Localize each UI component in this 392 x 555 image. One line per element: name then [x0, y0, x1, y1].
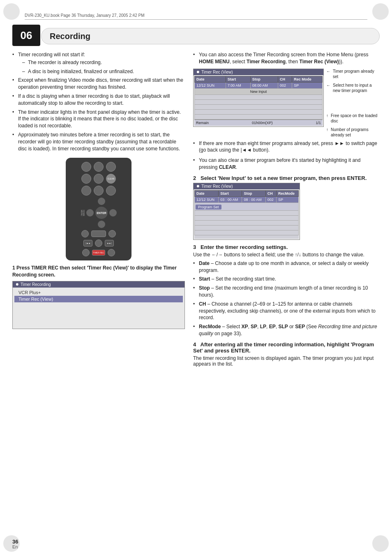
empty-row-2: [195, 99, 323, 104]
remote-btn-small-1[interactable]: [81, 230, 89, 237]
field-list: Date – Choose a date up to one month in …: [193, 260, 380, 337]
bullet-item-3: If a disc is playing when a timer record…: [12, 93, 185, 107]
prev-button[interactable]: |◄◄: [83, 240, 92, 246]
timer-recording-screen: ⏺ Timer Recording VCR Plus+ Timer Rec (V…: [12, 281, 185, 329]
remote-btn-5[interactable]: [94, 174, 104, 184]
bullet-item-2: Except when finalizing Video mode discs,…: [12, 77, 185, 91]
sub-item-1b: A disc is being initialized, finalized o…: [22, 68, 185, 75]
remote-btn-6[interactable]: [81, 186, 91, 196]
remote-btn-small-3[interactable]: [95, 240, 102, 247]
remote-control: CLEAR HOMEMENU: [66, 158, 131, 260]
annot-free-space: ↑ Free space on the loaded disc: [326, 113, 380, 124]
timer-view-box1: ⏺ Timer Rec (View) Date Start Stop CH: [193, 69, 324, 127]
page-language: En: [12, 544, 18, 549]
timer-rec-button[interactable]: TIMER REC: [92, 250, 105, 256]
intro-bullet-list: Timer recording will not start if: The r…: [12, 51, 185, 152]
timer-view-title1: ⏺ Timer Rec (View): [194, 69, 323, 75]
step2-heading: 2 Select 'New Input' to set a new timer …: [193, 175, 380, 181]
timer-view-screen1: ⏺ Timer Rec (View) Date Start Stop CH: [193, 69, 324, 138]
sub-item-1a: The recorder is already recording.: [22, 59, 185, 66]
bullet-item-4: The timer indicator lights in the front …: [12, 109, 185, 129]
next-button[interactable]: ►►|: [105, 240, 114, 246]
arrow-left[interactable]: [86, 209, 94, 216]
arrow-down[interactable]: [98, 221, 105, 228]
cell-stop: 08:00 AM: [250, 82, 278, 88]
col-ch: CH: [278, 76, 292, 82]
field-ch: CH – Choose a channel (2–69 or 1–125 for…: [193, 301, 380, 321]
corner-decoration-tl: [3, 3, 20, 20]
col2-stop: Stop: [242, 190, 265, 196]
col-recmode: Rec Mode: [292, 76, 323, 82]
timer-table1: Date Start Stop CH Rec Mode 12/12 SUN: [194, 76, 323, 120]
remote-btn-7[interactable]: [94, 186, 104, 196]
empty-row-3: [195, 104, 323, 109]
timer-row2-1: 12/12 SUN 03 : 00 AM 08 : 00 AM 002 SP: [195, 196, 299, 203]
right-column: You can also access the Timer Recording …: [193, 51, 380, 530]
enter-cluster: ENTER: [86, 198, 117, 228]
timer-table2: Date Start Stop CH RecMode 12/12 SUN 03 …: [194, 190, 299, 235]
page-display: 1/1: [316, 121, 321, 125]
col2-ch: CH: [265, 190, 276, 196]
right-bullet-3: You can also clear a timer program befor…: [193, 157, 380, 171]
empty-row-1: [195, 94, 323, 99]
remote-btn-8[interactable]: [106, 186, 116, 196]
screen-footer1: Remain 01h00m(XP) 1/1: [194, 120, 323, 126]
cell-date: 12/12 SUN: [195, 82, 226, 88]
timer-view-title2: ⏺ Timer Rec (View): [194, 183, 300, 189]
step2-section: 2 Select 'New Input' to set a new timer …: [193, 175, 380, 240]
cell2-date: 12/12 SUN: [195, 196, 219, 203]
step4-section: 4 After entering all the timer recording…: [193, 341, 380, 367]
clear-button[interactable]: CLEAR: [106, 174, 116, 184]
screen-title: ⏺ Timer Recording: [13, 281, 184, 288]
cell-recmode: SP: [292, 82, 323, 88]
empty2-row-2: [195, 215, 299, 220]
remote-btn-2[interactable]: [94, 162, 104, 172]
page-number: 36: [12, 539, 18, 545]
cell2-ch: 002: [265, 196, 276, 203]
file-metadata: DVR-230_KU.book Page 36 Thursday, Januar…: [25, 13, 367, 20]
annot-select-here: ← Select here to input a new timer progr…: [326, 83, 380, 93]
empty-row-4: [195, 109, 323, 114]
col2-date: Date: [195, 190, 219, 196]
empty-row-5: [195, 114, 323, 119]
col-stop: Stop: [250, 76, 278, 82]
right-bullet-1: You can also access the Timer Recording …: [193, 51, 380, 65]
annot-num-programs: ↑ Number of programs already set: [326, 127, 380, 138]
cell2-recmode: SP: [277, 196, 299, 203]
remote-btn-small-4[interactable]: [82, 249, 90, 256]
remote-btn-rect-1[interactable]: [91, 230, 106, 237]
menu-item-timer-rec-view[interactable]: Timer Rec (View): [14, 296, 183, 302]
right-bullet-2: If there are more than eight timer progr…: [193, 140, 380, 154]
step4-heading: 4 After entering all the timer recording…: [193, 341, 380, 354]
cell2-start: 03 : 00 AM: [219, 196, 242, 203]
remain-label: Remain: [196, 121, 209, 125]
arrow-up[interactable]: [98, 198, 105, 205]
remote-illustration: CLEAR HOMEMENU: [12, 158, 185, 260]
chapter-number: 06: [12, 25, 40, 46]
empty2-row-3: [195, 220, 299, 225]
field-stop: Stop – Set the recording end time (maxim…: [193, 285, 380, 299]
empty2-row-5: [195, 230, 299, 235]
left-column: Timer recording will not start if: The r…: [12, 51, 185, 530]
timer-row-1: 12/12 SUN 7:00 AM 08:00 AM 002 SP: [195, 82, 323, 88]
new-input-cell: New Input: [195, 88, 323, 94]
step1-caption: 1 Press TIMER REC then select 'Timer Rec…: [12, 265, 185, 279]
step3-desc: Use the ←/→ buttons to select a field; u…: [193, 252, 380, 258]
step3-heading: 3 Enter the timer recording settings.: [193, 244, 380, 250]
remote-btn-4[interactable]: [81, 174, 91, 184]
main-content: Timer recording will not start if: The r…: [12, 51, 380, 530]
remote-btn-3[interactable]: [106, 162, 116, 172]
corner-decoration-tr: [372, 3, 389, 20]
menu-item-vcr-plus[interactable]: VCR Plus+: [14, 289, 183, 296]
col2-recmode: RecMode: [277, 190, 299, 196]
corner-decoration-br: [372, 535, 389, 552]
remote-btn-1[interactable]: [81, 162, 91, 172]
program-set-button[interactable]: Program Set: [196, 205, 221, 210]
enter-button[interactable]: ENTER: [95, 207, 108, 219]
arrow-right[interactable]: [109, 209, 117, 216]
step3-section: 3 Enter the timer recording settings. Us…: [193, 244, 380, 337]
timer-view-box2: ⏺ Timer Rec (View) Date Start Stop CH Re…: [193, 183, 300, 240]
field-start: Start – Set the recording start time.: [193, 276, 380, 283]
remote-btn-small-5[interactable]: [108, 249, 115, 256]
remote-btn-small-2[interactable]: [108, 230, 116, 237]
